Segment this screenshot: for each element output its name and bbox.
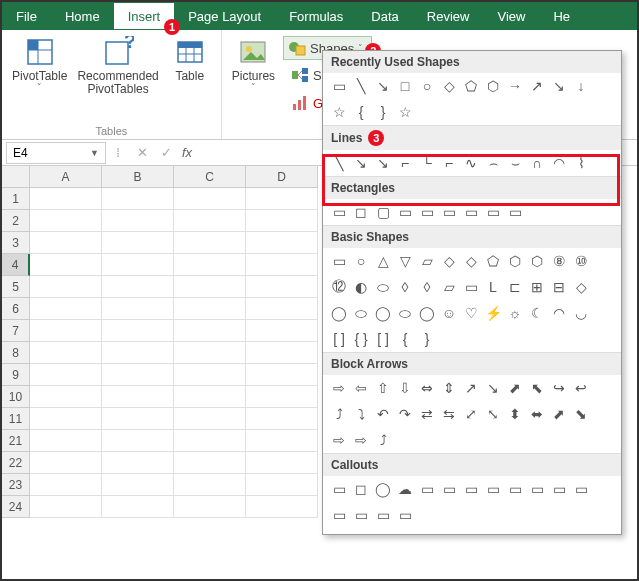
- shape-option[interactable]: ⬡: [527, 252, 547, 270]
- select-all-corner[interactable]: [2, 166, 30, 188]
- shape-option[interactable]: ▭: [461, 203, 481, 221]
- shape-option[interactable]: ⊏: [505, 278, 525, 296]
- shape-option[interactable]: ☼: [505, 304, 525, 322]
- cell[interactable]: [246, 342, 318, 364]
- shape-option[interactable]: ⤡: [483, 405, 503, 423]
- cell[interactable]: [246, 188, 318, 210]
- row-header[interactable]: 10: [2, 386, 30, 408]
- cell[interactable]: [30, 276, 102, 298]
- shape-option[interactable]: ▭: [549, 480, 569, 498]
- accept-button[interactable]: ✓: [154, 145, 178, 160]
- cell[interactable]: [30, 386, 102, 408]
- shape-option[interactable]: ⇨: [351, 431, 371, 449]
- cell[interactable]: [246, 430, 318, 452]
- shape-option[interactable]: ⬠: [483, 252, 503, 270]
- cell[interactable]: [174, 298, 246, 320]
- cell[interactable]: [30, 430, 102, 452]
- namebox-dropdown-icon[interactable]: ▼: [90, 148, 99, 158]
- shape-option[interactable]: ⤴: [373, 431, 393, 449]
- row-header[interactable]: 3: [2, 232, 30, 254]
- cell[interactable]: [174, 188, 246, 210]
- cell[interactable]: [30, 320, 102, 342]
- row-header[interactable]: 4: [2, 254, 30, 276]
- shape-option[interactable]: ◇: [439, 252, 459, 270]
- shape-option[interactable]: ▭: [329, 480, 349, 498]
- shape-option[interactable]: ⬠: [461, 77, 481, 95]
- cell[interactable]: [174, 232, 246, 254]
- shape-option[interactable]: ⬊: [571, 405, 591, 423]
- shape-option[interactable]: ◻: [351, 203, 371, 221]
- cell[interactable]: [174, 386, 246, 408]
- pivottable-button[interactable]: PivotTable ˅: [8, 34, 71, 123]
- shape-option[interactable]: ◻: [351, 480, 371, 498]
- cell[interactable]: [102, 276, 174, 298]
- shape-option[interactable]: ⬭: [395, 304, 415, 322]
- shape-option[interactable]: ▭: [461, 480, 481, 498]
- row-header[interactable]: 5: [2, 276, 30, 298]
- cell[interactable]: [102, 232, 174, 254]
- recommended-pivottables-button[interactable]: ? Recommended PivotTables: [73, 34, 162, 123]
- cell[interactable]: [30, 364, 102, 386]
- shape-option[interactable]: ⇨: [329, 431, 349, 449]
- shape-option[interactable]: ▭: [439, 203, 459, 221]
- shape-option[interactable]: ⑩: [571, 252, 591, 270]
- shape-option[interactable]: ⌢: [483, 154, 503, 172]
- shape-option[interactable]: ⬡: [505, 252, 525, 270]
- cell[interactable]: [102, 210, 174, 232]
- shape-option[interactable]: ▱: [417, 252, 437, 270]
- cell[interactable]: [102, 408, 174, 430]
- shape-option[interactable]: ☆: [329, 103, 349, 121]
- shape-option[interactable]: ▭: [329, 252, 349, 270]
- cell[interactable]: [174, 430, 246, 452]
- shape-option[interactable]: ◇: [571, 278, 591, 296]
- shape-option[interactable]: ▢: [373, 203, 393, 221]
- shape-option[interactable]: ⑫: [329, 278, 349, 296]
- shape-option[interactable]: ⇕: [439, 379, 459, 397]
- shape-option[interactable]: ↪: [549, 379, 569, 397]
- cell[interactable]: [102, 320, 174, 342]
- tab-data[interactable]: Data: [357, 3, 412, 29]
- cell[interactable]: [102, 188, 174, 210]
- row-header[interactable]: 7: [2, 320, 30, 342]
- shape-option[interactable]: ◇: [461, 252, 481, 270]
- row-header[interactable]: 22: [2, 452, 30, 474]
- cell[interactable]: [102, 496, 174, 518]
- shape-option[interactable]: ⑧: [549, 252, 569, 270]
- cancel-button[interactable]: ✕: [130, 145, 154, 160]
- shape-option[interactable]: ↩: [571, 379, 591, 397]
- cell[interactable]: [246, 276, 318, 298]
- shape-option[interactable]: ▭: [395, 506, 415, 524]
- cell[interactable]: [246, 298, 318, 320]
- cell[interactable]: [246, 254, 318, 276]
- shape-option[interactable]: ☆: [395, 103, 415, 121]
- shape-option[interactable]: ⇄: [417, 405, 437, 423]
- shape-option[interactable]: ○: [417, 77, 437, 95]
- shape-option[interactable]: ▭: [439, 480, 459, 498]
- shape-option[interactable]: ⬭: [373, 278, 393, 296]
- tab-help[interactable]: He: [539, 3, 584, 29]
- shape-option[interactable]: ▭: [351, 506, 371, 524]
- fx-label[interactable]: fx: [178, 145, 196, 160]
- tab-home[interactable]: Home: [51, 3, 114, 29]
- shape-option[interactable]: △: [373, 252, 393, 270]
- shape-option[interactable]: ⤴: [329, 405, 349, 423]
- cell[interactable]: [246, 408, 318, 430]
- shape-option[interactable]: └: [417, 154, 437, 172]
- shape-option[interactable]: →: [505, 77, 525, 95]
- cell[interactable]: [246, 452, 318, 474]
- row-header[interactable]: 6: [2, 298, 30, 320]
- shape-option[interactable]: ⤢: [461, 405, 481, 423]
- cell[interactable]: [246, 474, 318, 496]
- row-header[interactable]: 21: [2, 430, 30, 452]
- shape-option[interactable]: ⇔: [417, 379, 437, 397]
- cell[interactable]: [174, 496, 246, 518]
- tab-pagelayout[interactable]: Page Layout: [174, 3, 275, 29]
- table-button[interactable]: Table: [165, 34, 215, 123]
- row-header[interactable]: 23: [2, 474, 30, 496]
- shape-option[interactable]: □: [395, 77, 415, 95]
- shape-option[interactable]: ⇆: [439, 405, 459, 423]
- cell[interactable]: [246, 210, 318, 232]
- shape-option[interactable]: ⌐: [395, 154, 415, 172]
- row-header[interactable]: 1: [2, 188, 30, 210]
- shape-option[interactable]: ▭: [505, 480, 525, 498]
